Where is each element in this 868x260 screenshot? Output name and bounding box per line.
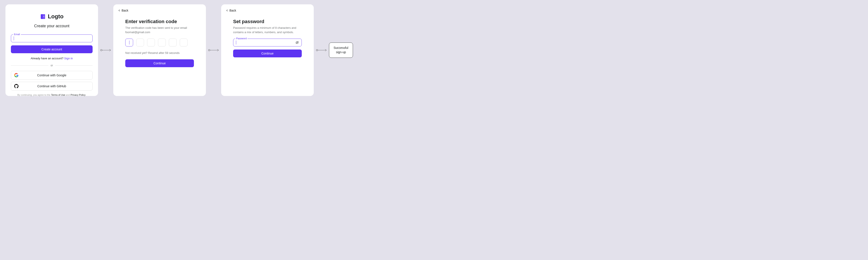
otp-digit-3[interactable] — [147, 38, 155, 47]
email-field[interactable] — [11, 34, 93, 42]
flow-arrow-icon — [316, 49, 327, 52]
back-button[interactable]: Back — [118, 9, 128, 12]
continue-with-google-button[interactable]: Continue with Google — [11, 71, 93, 80]
page-title: Enter verification code — [125, 19, 194, 24]
password-field-wrapper: Password — [233, 38, 302, 47]
page-title: Create your account — [11, 24, 93, 28]
email-field-wrapper: Email — [11, 34, 93, 42]
otp-digit-5[interactable] — [169, 38, 177, 47]
email-label: Email — [13, 33, 21, 35]
continue-button[interactable]: Continue — [125, 59, 194, 67]
otp-digit-6[interactable] — [180, 38, 188, 47]
terms-link[interactable]: Terms of Use — [51, 93, 65, 96]
continue-button[interactable]: Continue — [233, 50, 302, 57]
success-end-state: Successful sign-up — [329, 42, 353, 58]
logo: Logto — [11, 13, 93, 20]
privacy-link[interactable]: Privacy Policy — [70, 93, 85, 96]
verification-subtitle: The verification code has been sent to y… — [125, 26, 194, 34]
password-card: Back Set password Password requires a mi… — [221, 4, 314, 96]
verification-card: Back Enter verification code The verific… — [113, 4, 206, 96]
switch-auth-text: Already have an account? Sign in — [11, 57, 93, 60]
sign-in-link[interactable]: Sign in — [64, 57, 73, 60]
create-account-button[interactable]: Create account — [11, 46, 93, 53]
resend-text: Not received yet? Resend after 59 second… — [125, 51, 194, 55]
logto-logo-icon — [40, 13, 46, 20]
otp-digit-2[interactable] — [136, 38, 144, 47]
google-icon — [14, 73, 19, 78]
back-button[interactable]: Back — [225, 9, 236, 12]
logo-text: Logto — [48, 13, 63, 20]
page-title: Set password — [233, 19, 302, 24]
signup-card: Logto Create your account Email Create a… — [5, 4, 98, 96]
continue-with-github-button[interactable]: Continue with GitHub — [11, 82, 93, 90]
divider: or — [11, 64, 93, 67]
chevron-left-icon — [118, 9, 121, 12]
chevron-left-icon — [225, 9, 228, 12]
signup-flow-diagram: Logto Create your account Email Create a… — [5, 4, 863, 96]
password-label: Password — [235, 37, 248, 40]
svg-point-2 — [43, 16, 44, 17]
legal-footer: By continuing, you agree to the Terms of… — [11, 93, 93, 96]
svg-point-9 — [316, 50, 318, 51]
otp-digit-4[interactable] — [158, 38, 166, 47]
password-requirements: Password requires a minimum of 8 charact… — [233, 26, 302, 34]
github-icon — [14, 84, 19, 88]
svg-point-3 — [101, 50, 102, 51]
flow-arrow-icon — [100, 49, 111, 52]
otp-digit-1[interactable] — [125, 38, 133, 47]
svg-point-5 — [209, 50, 210, 51]
toggle-password-visibility-icon[interactable] — [295, 40, 299, 45]
otp-input-row — [125, 38, 194, 47]
password-field[interactable] — [233, 38, 302, 47]
flow-arrow-icon — [208, 49, 219, 52]
